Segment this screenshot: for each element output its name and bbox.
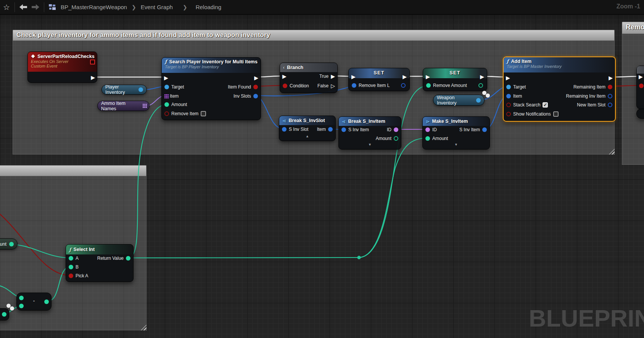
node-serverpartreloadchecks[interactable]: ❖ ServerPartReloadChecks Executes On Ser…: [27, 52, 97, 83]
pin-false[interactable]: ▷False: [317, 81, 335, 90]
pin-id-out[interactable]: ID: [387, 125, 398, 134]
exec-out-pin[interactable]: ▶: [402, 72, 407, 81]
pin-remove-item-l[interactable]: Remove Item L: [352, 81, 390, 90]
pill-weapon-inventory[interactable]: Weapon Inventory: [433, 95, 485, 106]
pin-amount[interactable]: Amount: [164, 100, 187, 109]
pin-condition[interactable]: Condition: [283, 81, 309, 90]
pin-label: Inv Slots: [233, 93, 251, 99]
wire-returnvalue-to-search-amount[interactable]: [129, 104, 168, 258]
pin-s-inv-item-out[interactable]: S Inv Item: [459, 125, 487, 134]
pin-remove-item[interactable]: Remove Item: [164, 109, 206, 118]
pin-b[interactable]: B: [69, 262, 79, 272]
node-branch[interactable]: ‹ Branch ▶ Condition ▶True ▷False: [280, 63, 338, 93]
pin-remaining-item[interactable]: Remaining Item: [573, 82, 612, 92]
pin-s-inv-item[interactable]: S Inv Item: [341, 125, 369, 134]
pin-out[interactable]: [401, 81, 406, 90]
pin-true[interactable]: ▶True: [319, 72, 335, 81]
pin-label: Item Found: [228, 84, 251, 90]
collapse-down-icon[interactable]: ▼: [454, 143, 458, 146]
node-subtitle-1: Executes On Server: [31, 59, 68, 64]
exec-out-pin[interactable]: ▶: [91, 73, 95, 82]
node-select-int[interactable]: ƒ Select Int A B Pick A Return Value: [66, 244, 134, 282]
pin-label: Item: [170, 93, 179, 99]
pin-amount-out[interactable]: Amount: [376, 134, 398, 143]
pin-out[interactable]: [2, 310, 6, 319]
exec-in-pin[interactable]: ▶: [506, 73, 510, 82]
int-pin-icon[interactable]: [9, 242, 14, 246]
pin-in[interactable]: [639, 81, 644, 90]
node-search-player-inventory[interactable]: ƒ Search Player Inventory for Multi Item…: [161, 57, 261, 120]
exec-in-pin[interactable]: ▶: [351, 72, 356, 81]
pin-label: Remaining Item: [573, 84, 605, 90]
pin-stack-search[interactable]: Stack Search✓: [506, 100, 548, 109]
exec-out-pin[interactable]: ▶: [480, 72, 484, 81]
node-title: Make S_InvItem: [432, 119, 468, 124]
pin-a[interactable]: A: [69, 254, 79, 263]
node-title: Branch: [287, 65, 303, 70]
node-partial-right[interactable]: ▶: [636, 66, 644, 109]
node-partial-bottom-left[interactable]: [0, 308, 9, 320]
remove-item-checkbox[interactable]: [201, 111, 206, 116]
pin-return-value[interactable]: Return Value: [97, 254, 130, 263]
wire-returnvalue-to-knot[interactable]: [129, 258, 359, 258]
bool-pin-icon: [69, 274, 73, 278]
pin-label: Remove Item: [171, 111, 198, 116]
exec-in-pin[interactable]: ▶: [426, 72, 430, 81]
back-arrow-icon[interactable]: [19, 4, 27, 10]
breadcrumb-asset[interactable]: BP_MasterRangeWeapon: [61, 4, 127, 10]
node-subtitle-2: Custom Event: [31, 64, 57, 68]
node-subtract[interactable]: -: [16, 293, 52, 311]
node-make-s-invitem[interactable]: ⋗ Make S_InvItem ID Amount S Inv Item ▼: [422, 116, 490, 150]
pill-player-inventory[interactable]: Player Inventory: [101, 85, 147, 95]
pin-remaining-inv-item[interactable]: Remaining Inv Item: [566, 92, 612, 101]
node-break-s-invslot[interactable]: ⋖ Break S_InvSlot S Inv Slot Item ▲: [279, 116, 336, 141]
function-icon: ƒ: [165, 59, 167, 64]
pin-s-inv-slot[interactable]: S Inv Slot: [282, 125, 308, 134]
break-struct-icon: ⋖: [282, 118, 286, 124]
object-pin-icon[interactable]: [138, 87, 143, 92]
pin-inv-slots[interactable]: Inv Slots: [233, 92, 258, 101]
exec-out-pin[interactable]: ▶: [254, 73, 258, 82]
object-pin-icon[interactable]: [476, 98, 481, 103]
break-struct-icon: ⋖: [342, 119, 346, 124]
reroute-dot[interactable]: [357, 256, 361, 259]
collapse-up-icon[interactable]: ▲: [306, 134, 309, 138]
node-add-item[interactable]: ƒ Add Item Target is BP Master Inventory…: [503, 56, 616, 122]
pin-remove-amount[interactable]: Remove Amount: [426, 81, 467, 90]
pin-show-notifications[interactable]: Show Notifications: [506, 109, 559, 119]
pin-item[interactable]: Item: [164, 92, 179, 101]
wire-knot-to-removeamount[interactable]: [359, 86, 428, 258]
pin-label: ID: [432, 127, 437, 132]
pin-amount-in[interactable]: Amount: [425, 134, 448, 143]
pin-item[interactable]: Item: [506, 92, 522, 101]
show-notifications-checkbox[interactable]: [553, 111, 559, 117]
breadcrumb-event-graph[interactable]: Event Graph: [141, 4, 173, 10]
pin-item-out[interactable]: Item: [317, 125, 333, 134]
pin-target[interactable]: Target: [164, 82, 184, 92]
name-array-pin-icon[interactable]: [143, 104, 144, 105]
node-break-s-invitem[interactable]: ⋖ Break S_InvItem S Inv Item ID Amount ▼: [338, 116, 401, 150]
forward-arrow-icon[interactable]: [32, 4, 39, 10]
pill-amount-clipped[interactable]: unt: [0, 238, 18, 249]
pin-pick-a[interactable]: Pick A: [69, 271, 88, 280]
pill-ammo-item-names[interactable]: Ammo Item Names: [97, 101, 150, 111]
pill-label: unt: [0, 241, 6, 247]
favorite-star-icon[interactable]: ☆: [3, 3, 10, 11]
breadcrumb-reloading[interactable]: Reloading: [196, 4, 222, 10]
pin-new-item-slot[interactable]: New Item Slot: [577, 100, 612, 109]
wire-knot-to-make-amount[interactable]: [359, 138, 427, 258]
node-partial-right-2[interactable]: [636, 109, 644, 119]
stack-search-checkbox[interactable]: ✓: [543, 102, 548, 108]
pin-target[interactable]: Target: [506, 82, 526, 92]
collapse-down-icon[interactable]: ▼: [368, 143, 372, 146]
exec-in-pin[interactable]: ▶: [164, 73, 168, 82]
exec-in-pin[interactable]: ▶: [639, 72, 643, 81]
pin-out[interactable]: [478, 81, 483, 90]
exec-out-pin[interactable]: ▶: [609, 73, 613, 82]
pin-id-in[interactable]: ID: [425, 125, 437, 134]
struct-pin-icon: [506, 94, 511, 98]
exec-in-pin[interactable]: ▶: [282, 72, 287, 81]
int-pin-icon: [425, 136, 430, 141]
pin-item-found[interactable]: Item Found: [228, 82, 258, 92]
wire-amountpill-to-a[interactable]: [11, 245, 71, 258]
